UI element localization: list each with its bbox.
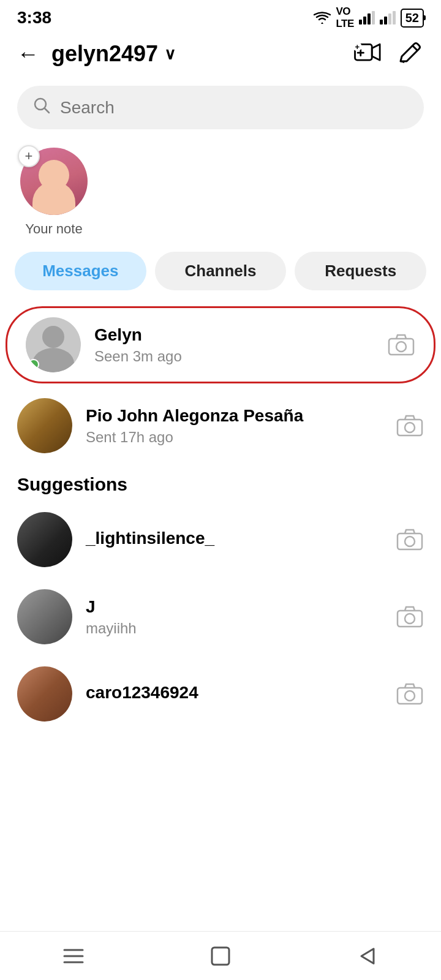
- svg-point-27: [405, 691, 415, 701]
- svg-rect-4: [380, 20, 383, 24]
- header: ← gelyn2497 ∨ +: [0, 33, 441, 80]
- username-dropdown-icon[interactable]: ∨: [164, 45, 176, 64]
- svg-rect-7: [393, 11, 396, 24]
- status-time: 3:38: [17, 8, 51, 28]
- avatar-lightinsilence: [17, 512, 72, 567]
- wifi-icon: [314, 11, 331, 24]
- status-icons: VOLTE 52: [314, 6, 424, 30]
- add-note-button[interactable]: +: [18, 145, 40, 167]
- tab-messages[interactable]: Messages: [15, 252, 146, 290]
- message-info-j: J mayiihh: [86, 597, 382, 637]
- camera-button-gelyn[interactable]: [387, 331, 415, 359]
- suggestion-item-j[interactable]: J mayiihh: [0, 578, 441, 655]
- username-label: gelyn2497: [51, 41, 158, 67]
- svg-rect-0: [359, 20, 362, 24]
- suggestion-item-caro[interactable]: caro12346924: [0, 655, 441, 733]
- menu-icon: [62, 947, 85, 965]
- lte-icon: VOLTE: [336, 6, 353, 30]
- battery-icon: 52: [401, 9, 424, 28]
- search-bar[interactable]: [17, 86, 424, 129]
- suggestions-list: _lightinsilence_ J mayiihh car: [0, 501, 441, 733]
- camera-button-caro[interactable]: [396, 680, 424, 708]
- message-info-pio: Pio John Alegonza Pesaña Sent 17h ago: [86, 406, 382, 446]
- message-sub-pio: Sent 17h ago: [86, 429, 382, 446]
- message-item-gelyn-wrapper: Gelyn Seen 3m ago: [9, 306, 432, 383]
- svg-line-14: [412, 45, 418, 51]
- header-title[interactable]: gelyn2497 ∨: [51, 41, 339, 67]
- svg-text:+: +: [355, 42, 360, 51]
- avatar-j: [17, 589, 72, 644]
- message-info-caro: caro12346924: [86, 683, 382, 706]
- avatar-caro: [17, 666, 72, 722]
- svg-rect-1: [363, 17, 366, 24]
- camera-icon-svg-caro: [396, 683, 423, 705]
- signal2-icon: [380, 11, 396, 24]
- camera-icon-svg: [388, 334, 415, 356]
- bottom-nav: [0, 931, 441, 980]
- camera-button-lightinsilence[interactable]: [396, 526, 424, 554]
- svg-marker-9: [372, 44, 380, 60]
- message-sub-j: mayiihh: [86, 620, 382, 637]
- online-indicator-gelyn: [28, 359, 39, 370]
- avatar-pio: [17, 398, 72, 453]
- nav-back-button[interactable]: [352, 941, 383, 971]
- message-info-gelyn: Gelyn Seen 3m ago: [94, 325, 374, 365]
- header-actions: +: [352, 39, 424, 69]
- search-icon: [33, 97, 50, 118]
- notes-section: + Your note: [0, 141, 441, 246]
- search-container: [0, 80, 441, 141]
- camera-button-j[interactable]: [396, 603, 424, 631]
- svg-rect-31: [212, 948, 229, 965]
- your-note-avatar-wrap: +: [20, 148, 88, 215]
- back-triangle-icon: [356, 945, 379, 967]
- avatar-gelyn: [26, 317, 81, 372]
- camera-icon-svg-light: [396, 529, 423, 551]
- tab-requests[interactable]: Requests: [295, 252, 426, 290]
- camera-icon-svg-pio: [396, 415, 423, 437]
- svg-rect-6: [388, 13, 391, 24]
- nav-menu-button[interactable]: [58, 941, 89, 971]
- edit-button[interactable]: [394, 39, 424, 69]
- message-name-gelyn: Gelyn: [94, 325, 374, 345]
- back-button[interactable]: ←: [17, 41, 39, 67]
- svg-rect-3: [372, 11, 375, 24]
- svg-line-17: [45, 108, 49, 113]
- camera-icon-svg-j: [396, 606, 423, 628]
- tabs-container: Messages Channels Requests: [0, 246, 441, 303]
- message-name-caro: caro12346924: [86, 683, 382, 703]
- svg-point-21: [405, 423, 415, 432]
- home-square-icon: [209, 945, 232, 967]
- message-item-pio[interactable]: Pio John Alegonza Pesaña Sent 17h ago: [0, 387, 441, 464]
- svg-rect-5: [384, 17, 387, 24]
- message-name-lightinsilence: _lightinsilence_: [86, 529, 382, 548]
- your-note-item[interactable]: + Your note: [17, 148, 91, 237]
- message-name-pio: Pio John Alegonza Pesaña: [86, 406, 382, 426]
- message-info-lightinsilence: _lightinsilence_: [86, 529, 382, 551]
- message-name-j: J: [86, 597, 382, 617]
- svg-point-23: [405, 537, 415, 546]
- svg-rect-2: [368, 13, 371, 24]
- signal-icon: [359, 11, 375, 24]
- message-sub-gelyn: Seen 3m ago: [94, 348, 374, 365]
- camera-button-pio[interactable]: [396, 412, 424, 440]
- messages-list: Gelyn Seen 3m ago Pio John Alegonza Pesa…: [0, 306, 441, 464]
- suggestions-header: Suggestions: [0, 464, 441, 501]
- svg-point-19: [396, 342, 406, 352]
- video-camera-icon: +: [352, 41, 381, 67]
- your-note-label: Your note: [25, 221, 82, 237]
- tab-channels[interactable]: Channels: [155, 252, 287, 290]
- svg-point-25: [405, 614, 415, 624]
- nav-home-button[interactable]: [205, 941, 236, 971]
- status-bar: 3:38 VOLTE 52: [0, 0, 441, 33]
- message-item-gelyn[interactable]: Gelyn Seen 3m ago: [9, 306, 432, 383]
- suggestion-item-lightinsilence[interactable]: _lightinsilence_: [0, 501, 441, 578]
- svg-marker-32: [361, 949, 374, 963]
- new-video-button[interactable]: +: [352, 39, 381, 69]
- search-input[interactable]: [60, 98, 408, 118]
- edit-icon: [396, 40, 423, 67]
